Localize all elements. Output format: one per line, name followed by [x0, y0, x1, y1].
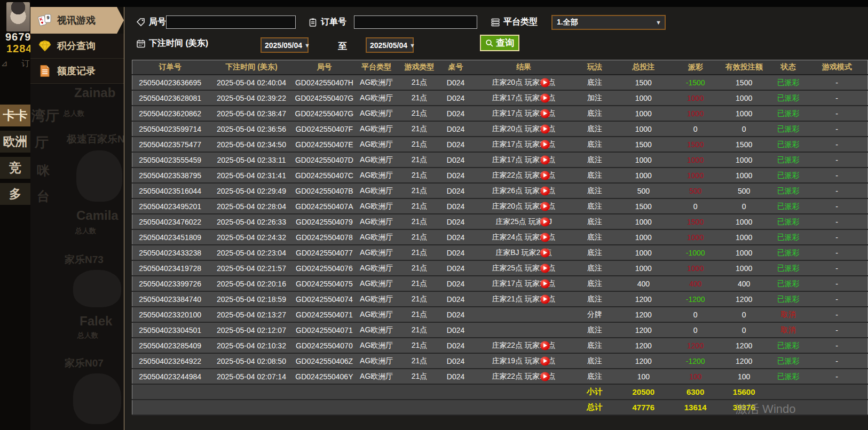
cell-round_no: GD0242550406Z	[295, 353, 354, 369]
replay-icon[interactable]	[540, 202, 550, 211]
dimmed-lobby-content: 湾厅厅咪台Zainab总人数极速百家乐NCamila总人数家乐N73Falek总…	[30, 81, 124, 430]
subtotal-cell-result	[472, 384, 575, 400]
cell-valid_bet: 0	[718, 121, 770, 137]
search-button-label: 查询	[496, 37, 514, 49]
replay-icon[interactable]	[540, 78, 550, 87]
cell-table_no: D024	[439, 90, 472, 106]
cell-payout: 1200	[673, 338, 717, 353]
cell-play: 底注	[575, 338, 614, 353]
cell-valid_bet: 400	[718, 276, 770, 291]
subtotal-cell-round_no	[295, 384, 354, 400]
cell-payout: 1000	[673, 260, 717, 276]
cell-platform: AG欧洲厅	[353, 245, 399, 260]
replay-icon[interactable]	[540, 93, 550, 102]
cell-order_no: 250504023419728	[132, 260, 208, 276]
replay-icon[interactable]	[540, 171, 550, 180]
cell-total_bet: 1000	[614, 152, 673, 168]
date-to-select[interactable]: 2025/05/04 ▼	[366, 37, 414, 53]
cell-payout: 400	[673, 276, 717, 291]
replay-icon[interactable]	[540, 124, 550, 133]
cell-status: 取消	[770, 307, 807, 322]
cards-icon: K♥9	[38, 13, 52, 27]
cell-play: 加注	[575, 90, 614, 106]
lobby-tab-0[interactable]: 卡卡	[0, 105, 30, 126]
replay-icon[interactable]	[540, 341, 550, 350]
replay-icon[interactable]	[540, 264, 550, 273]
replay-icon[interactable]	[540, 233, 550, 242]
replay-icon[interactable]	[540, 294, 550, 304]
cell-game_mode: -	[806, 121, 867, 137]
cell-platform: AG欧洲厅	[353, 229, 399, 245]
cell-result: 庄家22点 玩家19点	[472, 168, 575, 183]
cell-game_mode: -	[806, 353, 867, 369]
cell-round_no: GD02425504079	[295, 214, 354, 229]
cell-result: 庄家20点 玩家20点	[472, 198, 575, 214]
cell-result: 庄家19点 玩家16点	[472, 353, 575, 369]
col-header-total_bet: 总投注	[614, 60, 673, 75]
cell-order_no: 250504023628081	[132, 90, 208, 106]
cell-play: 底注	[575, 214, 614, 229]
lobby-tab-1[interactable]: 欧洲	[0, 131, 30, 153]
grand-total-cell-table_no	[439, 400, 472, 415]
cell-play: 底注	[575, 229, 614, 245]
replay-icon[interactable]	[540, 155, 550, 164]
cell-result: 庄家17点 玩家19点	[472, 152, 575, 168]
sidebar-item-2[interactable]: 额度记录	[30, 59, 124, 84]
cell-status: 已派彩	[770, 90, 807, 106]
cell-round_no: GD0242550406Y	[295, 369, 354, 384]
cell-round_no: GD02425504076	[295, 260, 354, 276]
cell-status: 已派彩	[770, 214, 807, 229]
cell-platform: AG欧洲厅	[353, 276, 399, 291]
cell-order_no: 250504023636695	[132, 75, 208, 90]
order-no-input[interactable]	[354, 15, 477, 29]
table-row: 2505040234760222025-05-04 02:26:33GD0242…	[132, 214, 868, 229]
cell-total_bet: 1200	[614, 307, 673, 322]
table-row: 2505040233847402025-05-04 02:18:59GD0242…	[132, 291, 868, 307]
user-avatar[interactable]	[6, 2, 30, 31]
bet-time-label: 下注时间 (美东)	[149, 38, 208, 49]
cell-status: 已派彩	[770, 260, 807, 276]
dimmed-dealer-photo	[73, 270, 121, 307]
date-from-select[interactable]: 2025/05/04 ▼	[261, 37, 309, 53]
sidebar-item-1[interactable]: 积分查询	[30, 34, 124, 59]
cell-total_bet: 1000	[614, 168, 673, 183]
dimmed-lobby-text: Camila	[76, 208, 119, 223]
replay-icon[interactable]	[540, 372, 550, 381]
cell-status: 已派彩	[770, 276, 807, 291]
replay-icon[interactable]	[540, 109, 550, 118]
lobby-tab-2[interactable]: 竞	[0, 157, 30, 179]
diamond-icon	[38, 39, 52, 53]
cell-order_no: 250504023285409	[132, 338, 208, 353]
cell-table_no: D024	[439, 214, 472, 229]
table-row: 2505040234332382025-05-04 02:23:04GD0242…	[132, 245, 868, 260]
cell-order_no: 250504023320100	[132, 307, 208, 322]
cell-result: 庄家24点 玩家20点	[472, 229, 575, 245]
activation-watermark: 激活 Windo	[736, 401, 795, 417]
sidebar-item-0[interactable]: K♥9视讯游戏	[30, 7, 124, 34]
search-button[interactable]: 查询	[480, 35, 519, 51]
replay-icon[interactable]	[540, 248, 550, 257]
cell-payout: -1200	[673, 291, 717, 307]
cell-game_type: 21点	[399, 353, 439, 369]
cell-game_type: 21点	[399, 198, 439, 214]
cell-table_no: D024	[439, 322, 472, 338]
platform-type-select[interactable]: 1.全部 ▼	[551, 15, 666, 30]
svg-text:9: 9	[47, 15, 50, 20]
lobby-tab-3[interactable]: 多	[0, 183, 30, 205]
cell-round_no: GD02425504074	[295, 291, 354, 307]
replay-icon[interactable]	[540, 356, 550, 365]
replay-icon[interactable]	[540, 140, 550, 149]
cell-play: 底注	[575, 276, 614, 291]
cell-payout: -1500	[673, 75, 717, 90]
round-no-input[interactable]	[166, 15, 296, 29]
replay-icon[interactable]	[540, 186, 550, 195]
replay-icon[interactable]	[540, 217, 550, 226]
subtotal-cell-status	[770, 384, 807, 400]
cell-result: 庄家17点 玩家20点	[472, 276, 575, 291]
date-from-value: 2025/05/04	[262, 41, 302, 50]
cell-order_no: 250504023264922	[132, 353, 208, 369]
subtotal-cell-table_no	[439, 384, 472, 400]
clipboard-icon	[308, 18, 318, 27]
cell-game_type: 21点	[399, 75, 439, 90]
replay-icon[interactable]	[540, 279, 550, 288]
